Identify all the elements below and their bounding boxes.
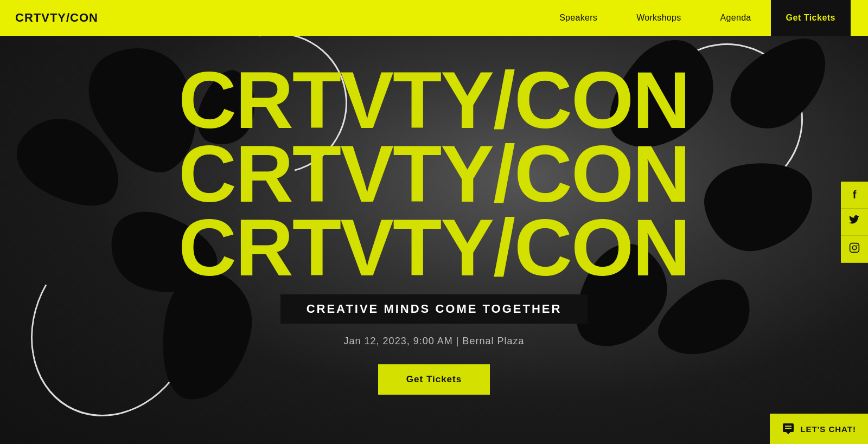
hero-title-stack: CRTVTY/CON CRTVTY/CON CRTVTY/CON [178,63,690,285]
hero-subtitle-bar: CREATIVE MINDS COME TOGETHER [280,294,588,324]
chat-icon [782,422,795,435]
chat-label: LET'S CHAT! [800,424,856,434]
nav-get-tickets-button[interactable]: Get Tickets [771,0,851,36]
nav-link-workshops[interactable]: Workshops [617,13,700,23]
instagram-icon [849,242,860,256]
instagram-button[interactable] [841,236,868,263]
nav-link-speakers[interactable]: Speakers [540,13,617,23]
nav-logo[interactable]: CRTVTY/CON [15,11,98,25]
navbar: CRTVTY/CON Speakers Workshops Agenda Get… [0,0,868,36]
hero-title-line-3: CRTVTY/CON [178,211,690,285]
hero-content: CRTVTY/CON CRTVTY/CON CRTVTY/CON CREATIV… [0,36,868,444]
hero-title-line-1: CRTVTY/CON [178,63,690,137]
facebook-button[interactable]: f [841,182,868,209]
hero-date-location: Jan 12, 2023, 9:00 AM | Bernal Plaza [344,336,525,347]
hero-get-tickets-button[interactable]: Get Tickets [378,364,490,395]
svg-rect-0 [850,243,859,252]
svg-point-2 [857,244,858,246]
nav-link-agenda[interactable]: Agenda [701,13,771,23]
hero-subtitle: CREATIVE MINDS COME TOGETHER [307,302,562,316]
social-sidebar: f [841,182,868,263]
nav-links: Speakers Workshops Agenda Get Tickets [540,0,851,36]
twitter-button[interactable] [841,209,868,236]
hero-section: CRTVTY/CON CRTVTY/CON CRTVTY/CON CREATIV… [0,0,868,444]
hero-title-line-2: CRTVTY/CON [178,137,690,211]
chat-button[interactable]: LET'S CHAT! [770,414,868,444]
twitter-icon [849,215,860,229]
facebook-icon: f [853,189,857,201]
svg-point-1 [852,246,857,250]
